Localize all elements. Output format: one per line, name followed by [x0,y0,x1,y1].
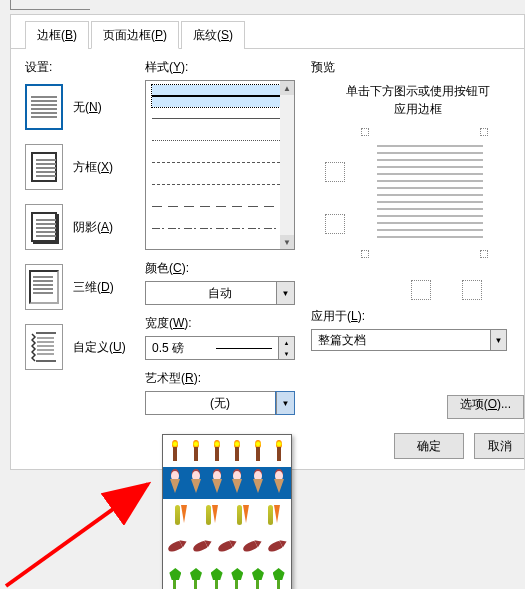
style-dotted[interactable] [152,129,280,151]
edge-bottom-button[interactable] [411,280,431,300]
setting-none[interactable]: 无(N) [25,84,145,130]
chevron-down-icon: ▼ [276,392,294,414]
color-label: 颜色(C): [145,260,295,277]
art-option-veggies[interactable] [163,499,291,531]
svg-line-5 [6,484,148,586]
art-select[interactable]: (无)▼ [145,391,295,415]
style-label: 样式(Y): [145,59,295,76]
style-thin[interactable] [152,107,280,129]
setting-shadow[interactable]: 阴影(A) [25,204,145,250]
scroll-up-icon[interactable]: ▲ [280,81,294,95]
chevron-down-icon: ▼ [490,330,506,350]
settings-label: 设置: [25,59,145,76]
art-option-plants[interactable] [163,563,291,589]
edge-right-button[interactable] [462,280,482,300]
tab-page-borders[interactable]: 页面边框(P) [91,21,179,49]
preview-hint: 单击下方图示或使用按钮可应用边框 [321,82,514,118]
art-option-fish[interactable] [163,531,291,563]
art-label: 艺术型(R): [145,370,295,387]
scroll-down-icon[interactable]: ▼ [280,235,294,249]
art-option-torches[interactable] [163,435,291,467]
setting-3d[interactable]: 三维(D) [25,264,145,310]
tab-strip: 边框(B) 页面边框(P) 底纹(S) [11,15,524,49]
apply-to-label: 应用于(L): [311,308,524,325]
preview-diagram [321,134,514,294]
tab-shading[interactable]: 底纹(S) [181,21,245,49]
style-solid[interactable] [152,85,280,107]
style-listbox[interactable]: ▲▼ [145,80,295,250]
cancel-button[interactable]: 取消 [474,433,524,459]
style-dash-m[interactable] [152,173,280,195]
spin-down-icon[interactable]: ▼ [278,348,294,359]
borders-dialog: 边框(B) 页面边框(P) 底纹(S) 设置: 无(N) 方框(X) 阴影(A) [10,14,525,470]
setting-custom[interactable]: 自定义(U) [25,324,145,370]
options-button[interactable]: 选项(O)... [447,395,524,419]
spin-up-icon[interactable]: ▲ [278,337,294,348]
edge-left-button[interactable] [325,214,345,234]
width-input[interactable]: 0.5 磅▲▼ [145,336,295,360]
apply-to-select[interactable]: 整篇文档▼ [311,329,507,351]
ok-button[interactable]: 确定 [394,433,464,459]
tab-borders[interactable]: 边框(B) [25,21,89,49]
color-select[interactable]: 自动▼ [145,281,295,305]
style-scrollbar[interactable]: ▲▼ [280,81,294,249]
preview-label: 预览 [311,59,524,76]
art-option-icecream[interactable] [163,467,291,499]
edge-top-button[interactable] [325,162,345,182]
art-dropdown-list[interactable] [162,434,292,589]
style-dash-s[interactable] [152,151,280,173]
chevron-down-icon: ▼ [276,282,294,304]
setting-box[interactable]: 方框(X) [25,144,145,190]
style-dash-l[interactable] [152,195,280,217]
width-label: 宽度(W): [145,315,295,332]
style-dashdot[interactable] [152,217,280,239]
